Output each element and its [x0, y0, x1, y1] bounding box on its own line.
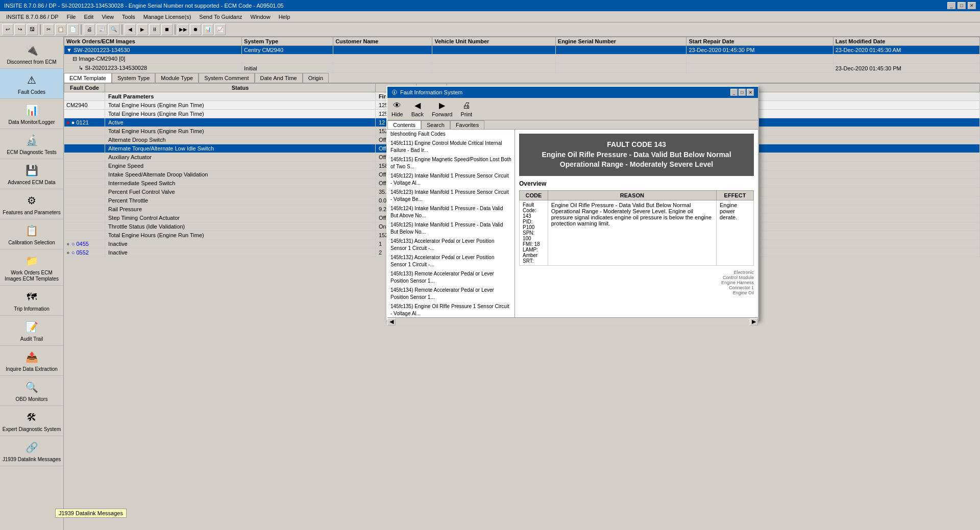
tb-btn-7[interactable]: 🖨	[84, 24, 95, 35]
fis-tab-search[interactable]: Search	[421, 120, 450, 129]
wo-cell-engine	[555, 55, 687, 64]
tab-date-time[interactable]: Date And Time	[255, 73, 303, 83]
tb-btn-8[interactable]: 📰	[96, 24, 107, 35]
sidebar-item-data-monitor[interactable]: 📊 Data Monitor/Logger	[0, 99, 63, 129]
tb-btn-15[interactable]: ⏺	[190, 24, 201, 35]
fis-list-item[interactable]: 145fc134) Remote Accelerator Pedal or Le…	[387, 286, 514, 302]
tab-ecm-template[interactable]: ECM Template	[64, 73, 112, 83]
col-vehicle-unit: Vehicle Unit Number	[432, 37, 555, 46]
tb-btn-14[interactable]: ▶▶	[178, 24, 189, 35]
fis-left-panel: bleshooting Fault Codes145fc111) Engine …	[387, 130, 515, 317]
menu-edit[interactable]: Edit	[80, 13, 97, 21]
fis-list-item[interactable]: bleshooting Fault Codes	[387, 130, 514, 139]
sidebar-item-j1939[interactable]: 🔗 J1939 Datalink Messages	[0, 436, 63, 466]
fis-print-icon: 🖨	[462, 101, 471, 110]
tab-system-comment[interactable]: System Comment	[199, 73, 254, 83]
fault-col-status: Status	[105, 84, 376, 92]
sidebar-item-trip-info[interactable]: 🗺 Trip Information	[0, 286, 63, 316]
tb-btn-9[interactable]: 🔍	[108, 24, 119, 35]
scroll-right-btn[interactable]: ▶	[750, 318, 758, 325]
sidebar-item-expert-diag[interactable]: 🛠 Expert Diagnostic System	[0, 406, 63, 436]
maximize-btn[interactable]: □	[958, 2, 966, 9]
fis-forward-btn[interactable]: ▶ Forward	[432, 100, 452, 117]
fis-close-btn[interactable]: ✕	[747, 89, 754, 96]
col-last-modified: Last Modified Date	[833, 37, 979, 46]
tab-origin[interactable]: Origin	[303, 73, 329, 83]
sidebar-item-ecm-diagnostic[interactable]: 🔬 ECM Diagnostic Tests	[0, 129, 63, 159]
fault-cell-code	[64, 170, 105, 179]
fis-print-btn[interactable]: 🖨 Print	[460, 101, 472, 117]
fis-list-item[interactable]: 145fc135) Engine Oil Rifle Pressure 1 Se…	[387, 302, 514, 317]
tb-btn-5[interactable]: 📋	[55, 24, 66, 35]
menu-send-to-guidanz[interactable]: Send To Guidanz	[195, 13, 246, 21]
tb-btn-13[interactable]: ⏹	[161, 24, 173, 35]
scroll-left-btn[interactable]: ◀	[387, 318, 396, 325]
wo-cell-start	[687, 55, 833, 64]
tb-btn-17[interactable]: 📈	[214, 24, 226, 35]
tb-btn-11[interactable]: ▶	[137, 24, 148, 35]
fis-list-item[interactable]: 145fc131) Accelerator Pedal or Lever Pos…	[387, 237, 514, 253]
menu-manage-license[interactable]: Manage License(s)	[139, 13, 195, 21]
menu-help[interactable]: Help	[275, 13, 295, 21]
sidebar-label-trip-info: Trip Information	[14, 306, 50, 312]
work-order-row[interactable]: ↳ SI-20201223-134530028 Initial 23-Dec-2…	[64, 64, 980, 73]
fis-tab-contents[interactable]: Contents	[387, 120, 421, 129]
tb-btn-2[interactable]: ↪	[14, 24, 26, 35]
sidebar-item-features-params[interactable]: ⚙ Features and Parameters	[0, 189, 63, 219]
fault-cell-code	[64, 144, 105, 153]
fault-cell-status: Throttle Status (Idle Validation)	[105, 222, 376, 231]
sidebar-item-audit-trail[interactable]: 📝 Audit Trail	[0, 316, 63, 346]
work-order-row[interactable]: ▼ SW-20201223-134530 Centry CM2940 23-De…	[64, 46, 980, 55]
fis-maximize-btn[interactable]: □	[739, 89, 746, 96]
tb-btn-1[interactable]: ↩	[2, 24, 13, 35]
col-start-date: Start Repair Date	[687, 37, 833, 46]
fis-list-item[interactable]: 145fc132) Accelerator Pedal or Lever Pos…	[387, 253, 514, 269]
fis-list-item[interactable]: 145fc123) Intake Manifold 1 Pressure Sen…	[387, 188, 514, 204]
tab-module-type[interactable]: Module Type	[155, 73, 199, 83]
work-orders-table: Work Orders/ECM Images System Type Custo…	[64, 37, 980, 73]
fis-list-item[interactable]: 145fc124) Intake Manifold 1 Pressure - D…	[387, 204, 514, 220]
fault-cell-status: Total Engine Hours (Engine Run Time)	[105, 127, 376, 136]
fis-list-item[interactable]: 145fc133) Remote Accelerator Pedal or Le…	[387, 269, 514, 286]
sidebar-item-work-orders[interactable]: 📁 Work Orders ECM Images ECM Templates	[0, 249, 63, 286]
fis-scrollbar-h[interactable]: ◀ ▶	[387, 317, 758, 325]
sidebar-item-inquire-data[interactable]: 📤 Inquire Data Extraction	[0, 346, 63, 376]
sidebar-item-fault-codes[interactable]: ⚠ Fault Codes	[0, 69, 63, 99]
tb-btn-3[interactable]: 🖫	[27, 24, 38, 35]
disconnect-icon: 🔌	[23, 42, 40, 58]
fis-toolbar: 👁 Hide ◀ Back ▶ Forward 🖨 Print	[387, 98, 758, 120]
tab-system-type[interactable]: System Type	[112, 73, 155, 83]
fis-back-btn[interactable]: ◀ Back	[411, 100, 424, 117]
sidebar-label-inquire-data: Inquire Data Extraction	[6, 366, 58, 372]
tb-btn-6[interactable]: 📄	[67, 24, 79, 35]
tb-btn-16[interactable]: 📊	[202, 24, 213, 35]
fis-tabs: Contents Search Favorites	[387, 120, 758, 130]
close-btn[interactable]: ✕	[968, 2, 976, 9]
fis-hide-btn[interactable]: 👁 Hide	[391, 101, 403, 117]
sidebar-item-calibration[interactable]: 📋 Calibration Selection	[0, 219, 63, 249]
sidebar-item-disconnect[interactable]: 🔌 Disconnect from ECM	[0, 39, 63, 69]
fis-list-item[interactable]: 145fc125) Intake Manifold 1 Pressure - D…	[387, 220, 514, 237]
menu-insite[interactable]: INSITE 8.7.0.86 / DP	[2, 13, 63, 21]
fis-minimize-btn[interactable]: _	[730, 89, 738, 96]
fis-list-item[interactable]: 145fc122) Intake Manifold 1 Pressure Sen…	[387, 171, 514, 188]
tb-btn-4[interactable]: ✂	[43, 24, 54, 35]
fault-cell-code	[64, 214, 105, 222]
fis-reason-cell: Engine Oil Rifle Pressure - Data Valid B…	[548, 200, 716, 265]
sidebar-item-advanced-ecm[interactable]: 💾 Advanced ECM Data	[0, 159, 63, 189]
menu-window[interactable]: Window	[247, 13, 275, 21]
wo-cell-system: Centry CM2940	[242, 46, 333, 55]
fis-list-item[interactable]: 145fc115) Engine Magnetic Speed/Position…	[387, 155, 514, 171]
tb-btn-12[interactable]: ⏸	[149, 24, 160, 35]
sidebar-item-obd-monitors[interactable]: 🔍 OBD Monitors	[0, 376, 63, 406]
menu-file[interactable]: File	[63, 13, 80, 21]
fis-tab-favorites[interactable]: Favorites	[450, 120, 484, 129]
menu-tools[interactable]: Tools	[118, 13, 139, 21]
menu-view[interactable]: View	[97, 13, 118, 21]
fault-cell-code	[64, 179, 105, 188]
fis-forward-label: Forward	[432, 111, 452, 117]
tb-btn-10[interactable]: ◀	[125, 24, 136, 35]
minimize-btn[interactable]: _	[947, 2, 955, 9]
fis-list-item[interactable]: 145fc111) Engine Control Module Critical…	[387, 139, 514, 155]
work-order-row[interactable]: ⊟ Image-CM2940 [0]	[64, 55, 980, 64]
